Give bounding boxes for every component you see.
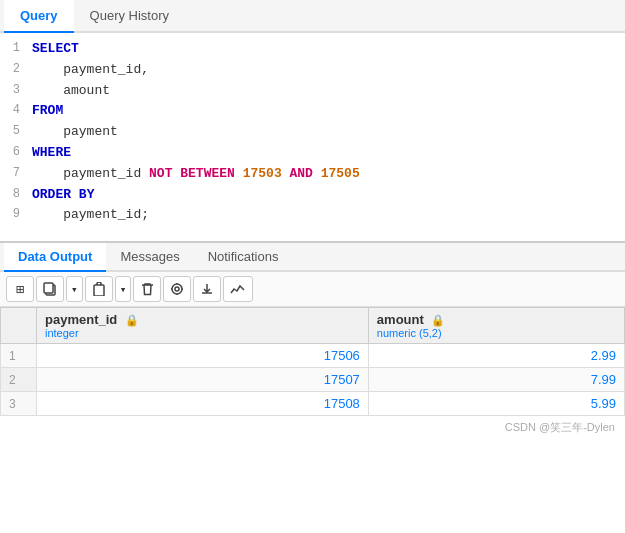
sql-line-2: 2 payment_id, bbox=[0, 60, 625, 81]
table-row: 3175085.99 bbox=[1, 392, 625, 416]
copy-button[interactable] bbox=[36, 276, 64, 302]
sql-line-8: 8 ORDER BY bbox=[0, 185, 625, 206]
cell-amount: 7.99 bbox=[368, 368, 624, 392]
save-button[interactable] bbox=[163, 276, 191, 302]
paste-dropdown[interactable]: ▾ bbox=[115, 276, 132, 302]
svg-point-4 bbox=[175, 287, 179, 291]
tab-query[interactable]: Query bbox=[4, 0, 74, 33]
svg-rect-2 bbox=[94, 285, 104, 296]
row-number: 3 bbox=[1, 392, 37, 416]
sql-line-6: 6 WHERE bbox=[0, 143, 625, 164]
bottom-tab-bar: Data Output Messages Notifications bbox=[0, 243, 625, 272]
lock-icon-2: 🔒 bbox=[431, 314, 445, 326]
cell-payment-id: 17507 bbox=[37, 368, 369, 392]
tab-data-output[interactable]: Data Output bbox=[4, 243, 106, 272]
sql-line-9: 9 payment_id; bbox=[0, 205, 625, 226]
data-output-table: payment_id 🔒 integer amount 🔒 numeric (5… bbox=[0, 307, 625, 416]
graph-button[interactable] bbox=[223, 276, 253, 302]
col-header-rownum bbox=[1, 308, 37, 344]
sql-line-7: 7 payment_id NOT BETWEEN 17503 AND 17505 bbox=[0, 164, 625, 185]
sql-line-3: 3 amount bbox=[0, 81, 625, 102]
download-button[interactable] bbox=[193, 276, 221, 302]
sql-line-4: 4 FROM bbox=[0, 101, 625, 122]
row-number: 2 bbox=[1, 368, 37, 392]
watermark: CSDN @笑三年-Dylen bbox=[0, 416, 625, 439]
copy-dropdown[interactable]: ▾ bbox=[66, 276, 83, 302]
paste-button[interactable] bbox=[85, 276, 113, 302]
top-tab-bar: Query Query History bbox=[0, 0, 625, 33]
row-number: 1 bbox=[1, 344, 37, 368]
delete-button[interactable] bbox=[133, 276, 161, 302]
table-row: 1175062.99 bbox=[1, 344, 625, 368]
tab-query-history[interactable]: Query History bbox=[74, 0, 185, 33]
table-row: 2175077.99 bbox=[1, 368, 625, 392]
cell-amount: 2.99 bbox=[368, 344, 624, 368]
sql-line-5: 5 payment bbox=[0, 122, 625, 143]
col-header-payment-id[interactable]: payment_id 🔒 integer bbox=[37, 308, 369, 344]
tab-notifications[interactable]: Notifications bbox=[194, 243, 293, 272]
sql-editor[interactable]: 1 SELECT 2 payment_id, 3 amount 4 FROM 5… bbox=[0, 33, 625, 243]
data-output-toolbar: ⊞ ▾ ▾ bbox=[0, 272, 625, 307]
col-header-amount[interactable]: amount 🔒 numeric (5,2) bbox=[368, 308, 624, 344]
lock-icon: 🔒 bbox=[125, 314, 139, 326]
cell-payment-id: 17506 bbox=[37, 344, 369, 368]
add-row-button[interactable]: ⊞ bbox=[6, 276, 34, 302]
svg-point-3 bbox=[172, 284, 182, 294]
cell-amount: 5.99 bbox=[368, 392, 624, 416]
svg-rect-1 bbox=[44, 283, 53, 293]
cell-payment-id: 17508 bbox=[37, 392, 369, 416]
tab-messages[interactable]: Messages bbox=[106, 243, 193, 272]
sql-line-1: 1 SELECT bbox=[0, 39, 625, 60]
